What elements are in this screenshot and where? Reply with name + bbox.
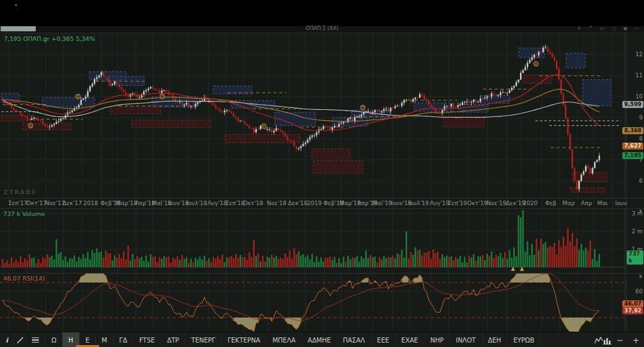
rsi-tick-label: 60	[636, 288, 643, 295]
time-axis-label: Μαρ	[562, 200, 574, 206]
time-axis-label: Οκτ'17	[26, 200, 47, 206]
stray-pixel-dot	[15, 4, 17, 6]
symbol-tab-FTSE[interactable]: FTSE	[134, 332, 161, 347]
time-axis-label: Νοε'18	[266, 200, 286, 206]
toolbar-line-chart-icon[interactable]	[594, 332, 603, 347]
svg-text:D: D	[535, 62, 537, 66]
symbol-tab-ΙΝΛΟΤ[interactable]: ΙΝΛΟΤ	[450, 332, 482, 347]
price-badge: 9,599	[622, 101, 643, 108]
price-badge: 737 k	[627, 251, 643, 265]
rsi-extreme-fill	[510, 273, 550, 282]
price-tick-label: 11	[636, 72, 643, 79]
rsi-last-value: 46,07	[3, 275, 20, 282]
volume-pane-close-button[interactable]: x	[639, 209, 642, 214]
toolbar-spacer	[540, 332, 594, 347]
time-axis-label: Σεπ'18	[226, 200, 245, 206]
time-axis-label: Μαρ'18	[116, 200, 137, 206]
symbol-tab-ΕΥΡΩΒ[interactable]: ΕΥΡΩΒ	[507, 332, 540, 347]
rsi-pane-close-button[interactable]: x	[639, 274, 642, 279]
toolbar-watchlist-icon[interactable]	[26, 332, 45, 347]
time-axis-label: 2020	[523, 200, 538, 206]
time-axis-label: Σεπ'19	[448, 200, 467, 206]
toolbar-zoom-out-icon[interactable]: −	[612, 332, 628, 347]
panels-icon[interactable]: ▭	[600, 26, 605, 32]
time-axis-label: Οκτ'19	[467, 200, 487, 206]
time-axis-label: Απρ	[581, 200, 592, 206]
pane-separator	[0, 198, 644, 199]
line-chart-icon	[594, 336, 604, 344]
time-axis-label: Μαϊ'19	[372, 200, 392, 206]
pane-separator	[0, 208, 644, 209]
time-axis-label: Ιουν	[615, 200, 627, 206]
time-axis-label: Μαι	[597, 200, 608, 206]
symbol-tab-ΔΤΡ[interactable]: ΔΤΡ	[161, 332, 185, 347]
price-tick-label: 9	[639, 114, 643, 121]
app-watermark: ZTRADE	[4, 189, 37, 196]
price-axis-column[interactable]: 12111098763 m2 m1 m609,5998,3687,6277,19…	[626, 32, 644, 332]
toolbar-zoom-in-icon[interactable]: +	[628, 332, 644, 347]
rsi-extreme-fill	[561, 318, 592, 332]
demand-zone-box	[110, 107, 161, 114]
symbol-tab-ΑΔΜΗΕ[interactable]: ΑΔΜΗΕ	[302, 332, 337, 347]
time-axis-label: 2018	[84, 200, 98, 206]
time-axis[interactable]: Σεπ'17Οκτ'17Νοε'17Δεκ'172018Φεβ'18Μαρ'18…	[0, 199, 644, 208]
window-toolbar-icons: +^▭○◉−	[577, 26, 639, 32]
price-badge: 7,195	[622, 152, 643, 159]
symbol-tab-ΓΕΚΤΕΡΝΑ[interactable]: ΓΕΚΤΕΡΝΑ	[222, 332, 266, 347]
time-grid-tick	[594, 199, 594, 208]
plus-icon[interactable]: +	[577, 26, 581, 32]
time-axis-label: Οκτ'18	[243, 200, 263, 206]
time-grid-tick	[560, 199, 560, 208]
svg-text:D: D	[161, 95, 164, 98]
volume-pane[interactable]	[0, 208, 626, 273]
symbol-tab-ΜΠΕΛΑ[interactable]: ΜΠΕΛΑ	[266, 332, 302, 347]
time-axis-label: Νοε'19	[486, 200, 506, 206]
svg-text:D: D	[77, 95, 79, 98]
symbol-tab-ΓΔ[interactable]: ΓΔ	[114, 332, 134, 347]
price-tick-label: 10	[636, 93, 643, 100]
symbol-tab-ΕΕΕ[interactable]: ΕΕΕ	[371, 332, 395, 347]
symbol-tab-ΕΧΑΕ[interactable]: ΕΧΑΕ	[395, 332, 424, 347]
info-circle-icon[interactable]: ◉	[623, 26, 627, 32]
svg-text:D: D	[29, 124, 32, 128]
price-badge: 7,627	[622, 143, 643, 150]
time-axis-label: Σεπ'17	[8, 200, 27, 206]
toolbar-draw-pencil-icon[interactable]	[14, 332, 26, 347]
supply-zone-box	[566, 53, 585, 68]
price-tick-label: 12	[636, 51, 643, 58]
ticker-symbol: ΟΠΑΠ.gr	[23, 35, 49, 42]
price-chart-pane[interactable]: DDDDDD	[0, 32, 626, 199]
demand-zone-box	[312, 149, 350, 158]
chevron-up-icon[interactable]: ^	[588, 26, 593, 32]
toolbar-volume-bars-icon[interactable]	[603, 332, 612, 347]
time-axis-label: 2019	[307, 200, 322, 206]
rsi-pane[interactable]	[0, 273, 626, 332]
time-grid-tick	[612, 199, 613, 208]
time-grid-tick	[82, 199, 82, 208]
pane-separator[interactable]	[0, 273, 644, 274]
toolbar-info-icon[interactable]: i	[0, 332, 14, 347]
time-grid-tick	[578, 199, 578, 208]
symbol-tab-ΤΕΝΕΡΓ[interactable]: ΤΕΝΕΡΓ	[185, 332, 222, 347]
price-badge: 8,368	[622, 127, 643, 134]
volume-indicator-name: Volume	[22, 210, 45, 217]
price-badge: 37,92	[622, 307, 643, 314]
time-grid-tick	[542, 199, 542, 208]
demand-zone-box	[225, 134, 300, 143]
toolbar-omega-icon[interactable]: Ω	[45, 332, 63, 347]
volume-tick-label: 2 m	[632, 228, 643, 235]
volume-bars-icon	[603, 336, 613, 344]
supply-zone-box	[42, 98, 95, 107]
volume-pane-label: 737 k Volume	[3, 210, 45, 217]
symbol-tab-ΝΗΡ[interactable]: ΝΗΡ	[424, 332, 450, 347]
symbol-tab-ΠΑΣΑΛ[interactable]: ΠΑΣΑΛ	[337, 332, 371, 347]
time-axis-label: Δεκ'18	[288, 200, 307, 206]
time-axis-label: Ιουλ'19	[408, 200, 429, 206]
demand-zone-box	[524, 75, 552, 83]
demand-zone-box	[443, 116, 484, 127]
symbol-tab-ΔΕΗ[interactable]: ΔΕΗ	[482, 332, 508, 347]
clock-icon[interactable]: ○	[611, 26, 616, 32]
minus-icon[interactable]: −	[634, 26, 639, 32]
time-axis-label: Αυγ'19	[430, 200, 450, 206]
chart-window-title: ΟΠΑΠ Σ (ΧΑ)	[0, 26, 644, 32]
